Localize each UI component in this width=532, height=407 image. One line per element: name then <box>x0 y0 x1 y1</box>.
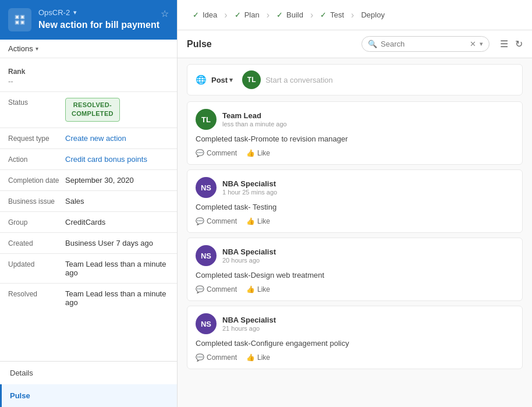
pipeline-arrow-1: › <box>224 10 227 20</box>
pulse-header: Pulse 🔍 ✕ ▾ ☰ ↻ <box>178 30 532 58</box>
search-input[interactable] <box>381 40 466 48</box>
comment-button-0[interactable]: 💬 Comment <box>196 149 237 157</box>
search-dropdown-icon[interactable]: ▾ <box>480 40 483 48</box>
pulse-body: 🌐 Post ▾ TL Start a conversation TL Team… <box>178 58 532 407</box>
plan-check-icon: ✓ <box>235 10 241 19</box>
pipeline-step-deploy[interactable]: Deploy <box>355 10 390 19</box>
business-issue-value: Sales <box>65 197 84 206</box>
created-user[interactable]: Business User <box>65 239 114 247</box>
details-tab[interactable]: Details <box>0 362 177 384</box>
business-issue-field: Business issue Sales <box>0 193 177 209</box>
actions-arrow-icon: ▾ <box>36 45 38 52</box>
build-check-icon: ✓ <box>276 10 283 19</box>
post-button[interactable]: Post ▾ <box>211 76 233 84</box>
created-label: Created <box>8 239 61 247</box>
test-label: Test <box>330 10 344 19</box>
build-label: Build <box>286 10 303 19</box>
avatar-ns-2: NS <box>196 245 217 266</box>
activity-text: Completed task-Promote to revision manag… <box>196 135 514 143</box>
pipeline-step-test[interactable]: ✓ Test <box>314 10 350 19</box>
created-time: 7 days ago <box>116 239 153 247</box>
rank-value: -- <box>8 77 13 86</box>
like-button-1[interactable]: 👍 Like <box>246 217 270 225</box>
globe-icon: 🌐 <box>196 75 207 85</box>
left-panel: OpsCR-2 ▾ New action for bill payment ☆ … <box>0 0 178 407</box>
activity-name: NBA Specialist <box>222 247 514 256</box>
status-badge: RESOLVED-COMPLETED <box>65 98 120 122</box>
activity-meta: NBA Specialist 21 hours ago <box>222 316 514 332</box>
conversation-avatar: TL <box>242 70 261 89</box>
comment-button-3[interactable]: 💬 Comment <box>196 353 237 362</box>
activity-actions: 💬 Comment 👍 Like <box>196 353 514 362</box>
like-button-3[interactable]: 👍 Like <box>246 353 270 362</box>
activity-actions: 💬 Comment 👍 Like <box>196 217 514 225</box>
status-label: Status <box>8 98 61 107</box>
group-field: Group CreditCards <box>0 214 177 230</box>
project-id[interactable]: OpsCR-2 <box>38 8 70 17</box>
activity-name: NBA Specialist <box>222 179 514 188</box>
comment-icon-0: 💬 <box>196 149 204 157</box>
star-icon[interactable]: ☆ <box>161 8 169 19</box>
activity-time: 21 hours ago <box>222 325 514 332</box>
completion-date-field: Completion date September 30, 2020 <box>0 172 177 188</box>
post-dropdown-icon: ▾ <box>229 76 233 84</box>
idea-label: Idea <box>203 10 217 19</box>
activity-name: Team Lead <box>222 111 514 120</box>
activity-meta: NBA Specialist 20 hours ago <box>222 247 514 264</box>
deploy-label: Deploy <box>361 10 384 19</box>
updated-field: Updated Team Lead less than a minute ago <box>0 256 177 281</box>
activity-text: Completed task-Configure engagement poli… <box>196 339 514 348</box>
actions-bar: Actions ▾ <box>0 40 177 58</box>
activity-actions: 💬 Comment 👍 Like <box>196 149 514 157</box>
updated-label: Updated <box>8 260 61 268</box>
updated-value: Team Lead less than a minute ago <box>65 260 169 277</box>
pipeline-step-idea[interactable]: ✓ Idea <box>187 10 223 19</box>
activity-card-ns-1: NS NBA Specialist 1 hour 25 mins ago Com… <box>187 169 523 233</box>
like-button-0[interactable]: 👍 Like <box>246 149 270 157</box>
activity-card-tl-1: TL Team Lead less than a minute ago Comp… <box>187 101 523 165</box>
actions-label: Actions <box>8 44 33 53</box>
group-value: CreditCards <box>65 218 105 226</box>
post-label: Post <box>211 76 228 84</box>
completion-date-value: September 30, 2020 <box>65 176 134 185</box>
action-value[interactable]: Credit card bonus points <box>65 155 147 164</box>
request-type-label: Request type <box>8 134 61 143</box>
filter-icon[interactable]: ☰ <box>500 38 508 49</box>
like-icon-2: 👍 <box>246 285 255 293</box>
app-icon <box>8 8 31 31</box>
test-check-icon: ✓ <box>320 10 327 19</box>
business-issue-label: Business issue <box>8 197 61 206</box>
activity-name: NBA Specialist <box>222 316 514 324</box>
activity-header: NS NBA Specialist 21 hours ago <box>196 313 514 334</box>
project-chevron-icon[interactable]: ▾ <box>73 9 77 16</box>
comment-icon-2: 💬 <box>196 285 204 293</box>
activity-time: less than a minute ago <box>222 121 514 128</box>
like-button-2[interactable]: 👍 Like <box>246 285 270 293</box>
pipeline-arrow-4: › <box>351 10 354 20</box>
created-field: Created Business User 7 days ago <box>0 235 177 251</box>
pulse-tab[interactable]: Pulse <box>0 384 177 407</box>
pipeline-step-build[interactable]: ✓ Build <box>271 10 309 19</box>
left-header: OpsCR-2 ▾ New action for bill payment ☆ <box>0 0 177 40</box>
search-clear-icon[interactable]: ✕ <box>470 40 476 48</box>
pipeline-step-plan[interactable]: ✓ Plan <box>229 10 265 19</box>
rank-label: Rank <box>8 68 25 76</box>
comment-button-2[interactable]: 💬 Comment <box>196 285 237 293</box>
actions-button[interactable]: Actions ▾ <box>8 44 38 53</box>
idea-check-icon: ✓ <box>193 10 199 19</box>
resolved-user[interactable]: Team Lead <box>65 289 102 298</box>
activity-card-ns-3: NS NBA Specialist 21 hours ago Completed… <box>187 306 523 369</box>
activity-header: NS NBA Specialist 1 hour 25 mins ago <box>196 177 514 198</box>
request-type-value[interactable]: Create new action <box>65 134 126 143</box>
comment-button-1[interactable]: 💬 Comment <box>196 217 237 225</box>
like-icon-0: 👍 <box>246 149 255 157</box>
refresh-icon[interactable]: ↻ <box>515 38 523 49</box>
start-conversation-text[interactable]: Start a conversation <box>265 76 333 84</box>
issue-title: New action for bill payment <box>38 19 169 31</box>
rank-field: Rank -- <box>0 64 177 89</box>
updated-user[interactable]: Team Lead <box>65 260 102 268</box>
resolved-label: Resolved <box>8 289 61 298</box>
resolved-field: Resolved Team Lead less than a minute ag… <box>0 286 177 310</box>
avatar-ns-3: NS <box>196 313 217 334</box>
pipeline-arrow-3: › <box>310 10 313 20</box>
